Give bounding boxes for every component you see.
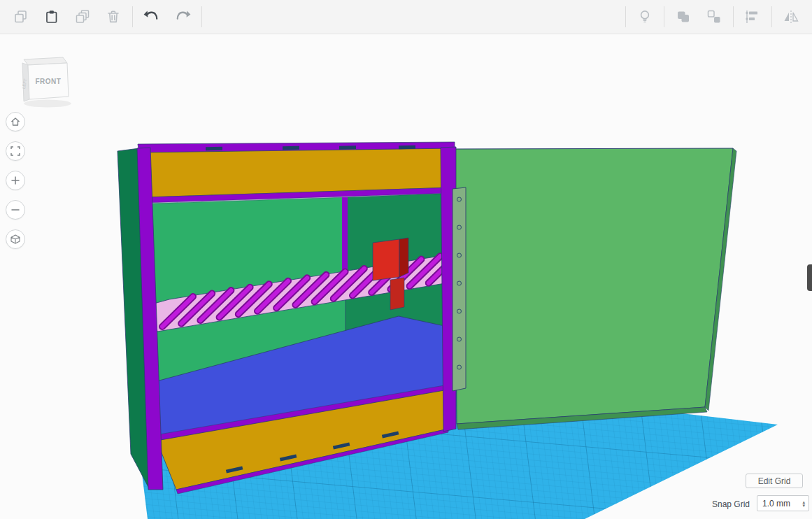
toolbar-separator — [132, 6, 133, 27]
canvas-scrollbar-thumb[interactable] — [807, 264, 812, 291]
mirror-icon — [783, 8, 799, 25]
red-box[interactable] — [373, 239, 399, 280]
paste-button[interactable] — [36, 1, 67, 32]
snap-grid-label: Snap Grid — [712, 499, 750, 509]
viewcube-front-label: FRONT — [36, 78, 62, 85]
ungroup-icon — [706, 8, 722, 25]
undo-button[interactable] — [136, 1, 167, 32]
redo-button[interactable] — [167, 1, 198, 32]
align-icon — [744, 8, 761, 25]
zoom-in-button[interactable] — [6, 171, 25, 190]
cabinet-door[interactable] — [455, 148, 733, 424]
undo-icon — [143, 8, 160, 25]
red-box-side — [399, 238, 408, 277]
copy-button[interactable] — [6, 1, 36, 32]
align-button[interactable] — [737, 1, 768, 32]
snap-grid-value: 1.0 mm — [762, 499, 790, 509]
home-icon — [10, 116, 21, 127]
fit-view-icon — [10, 145, 21, 157]
viewcube[interactable]: FRONT LEFT — [15, 53, 85, 112]
toolbar-separator — [664, 6, 664, 27]
finger-joint-slot — [399, 145, 415, 149]
mirror-button[interactable] — [776, 1, 806, 32]
show-all-button[interactable] — [629, 1, 660, 32]
home-view-button[interactable] — [6, 112, 25, 131]
zoom-out-icon — [10, 204, 21, 215]
spinner-arrows-icon[interactable]: ▴ ▾ — [802, 500, 805, 507]
ungroup-button[interactable] — [699, 1, 729, 32]
delete-icon — [105, 8, 122, 25]
snap-grid-select[interactable]: 1.0 mm ▴ ▾ — [757, 495, 809, 511]
toolbar-separator — [733, 6, 734, 27]
edit-grid-button[interactable]: Edit Grid — [746, 474, 803, 488]
paste-icon — [43, 8, 60, 25]
viewcube-shadow — [24, 100, 71, 108]
group-button[interactable] — [668, 1, 699, 32]
toolbar-separator — [771, 6, 772, 27]
finger-joint-slot — [206, 147, 222, 150]
fit-view-button[interactable] — [6, 141, 25, 161]
toolbar-separator — [201, 6, 202, 27]
finger-joint-slot — [283, 146, 299, 150]
finger-joint-slot — [339, 145, 356, 149]
bulb-icon — [636, 8, 653, 25]
hinge-strip[interactable] — [453, 187, 466, 391]
toolbar-right-group — [622, 1, 806, 32]
copy-icon — [13, 8, 29, 25]
view-nav-column — [6, 112, 25, 249]
red-box-tab[interactable] — [390, 278, 404, 310]
zoom-out-button[interactable] — [6, 200, 25, 220]
top-toolbar — [0, 0, 812, 34]
toolbar-separator — [625, 6, 626, 27]
cabinet-back-post[interactable] — [342, 197, 348, 276]
3d-viewport[interactable] — [0, 34, 812, 519]
delete-button[interactable] — [98, 1, 129, 32]
zoom-in-icon — [10, 175, 21, 186]
projection-cube-icon — [10, 234, 21, 245]
redo-icon — [174, 8, 191, 25]
duplicate-icon — [74, 8, 91, 25]
duplicate-button[interactable] — [67, 1, 98, 32]
group-icon — [675, 8, 692, 25]
switch-projection-button[interactable] — [6, 229, 25, 249]
